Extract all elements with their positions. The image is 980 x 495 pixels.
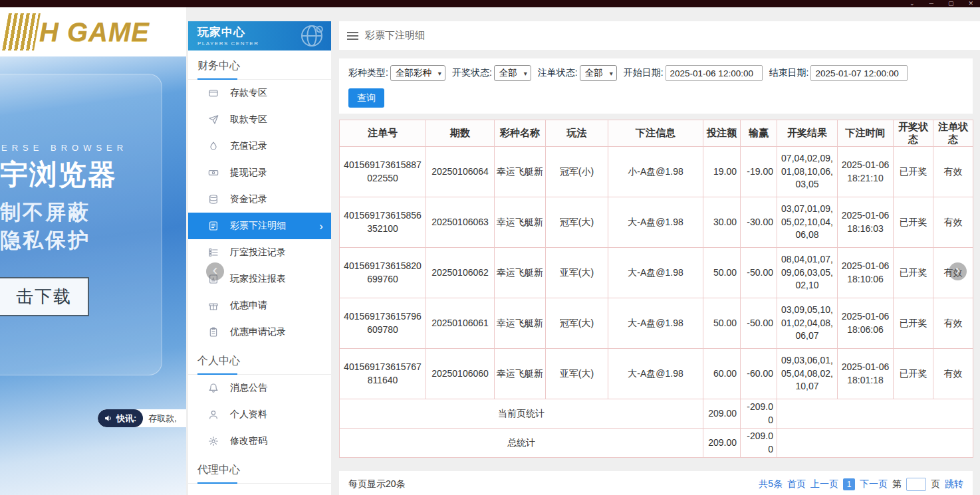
table-cell: 60.00 [703,349,741,399]
sidebar-item-label: 取款专区 [230,114,267,126]
lottery-type-select[interactable]: 全部彩种 ▾ [390,65,445,81]
sidebar-item-hall-record[interactable]: 厅室投注记录 [188,239,331,266]
table-cell: 已开奖 [894,298,933,349]
window-menu-icon[interactable]: ⌄ [910,1,915,7]
current-page-indicator[interactable]: 1 [843,478,855,490]
bet-detail-icon [208,221,219,231]
column-header: 开奖状态 [894,120,933,147]
sidebar-item-promo-record[interactable]: 优惠申请记录 [188,319,331,346]
dropdown-caret-icon: ▾ [610,66,613,82]
per-page-text: 每页显示20条 [348,478,406,490]
table-cell: 09,03,06,01,05,04,08,02,10,07 [777,349,838,399]
dropdown-caret-icon: ▾ [524,66,527,82]
table-cell: 50.00 [703,298,741,349]
start-date-filter: 开始日期: [624,65,763,81]
speaker-icon [104,414,113,423]
table-cell: 20250106063 [426,197,495,248]
draw-status-value: 全部 [499,68,517,78]
carousel-prev-button[interactable]: ‹ [206,262,224,280]
summary-row: 当前页统计209.00-209.00 [340,399,973,429]
table-cell: 幸运飞艇新 [495,147,546,197]
table-cell: 小-A盘@1.98 [608,147,703,197]
goto-button[interactable]: 跳转 [945,478,963,490]
sidebar-item-promo[interactable]: 优惠申请 [188,292,331,319]
bet-status-filter: 注单状态: 全部 ▾ [538,65,617,81]
sidebar-item-label: 消息公告 [230,382,267,394]
hall-record-icon [208,247,219,258]
table-cell: 20250106061 [426,298,495,349]
download-button[interactable]: 击下载 [0,277,89,316]
table-row: 40156917361582069976020250106062幸运飞艇新亚军(… [340,248,973,298]
page-header: 彩票下注明细 [339,21,980,50]
table-cell: 冠军(大) [546,197,608,248]
sidebar-section-title: 财务中心 [188,50,331,80]
table-cell: 冠军(大) [546,298,608,349]
table-cell: 20250106064 [426,147,495,197]
sidebar-item-label: 优惠申请记录 [230,326,286,338]
user-icon [208,409,219,420]
table-cell: 大-A盘@1.98 [608,248,703,298]
sidebar-item-gear[interactable]: 修改密码 [188,428,331,454]
promo-headline-text: 宇浏览器 [0,156,117,193]
sidebar-item-funds[interactable]: 资金记录 [188,186,331,213]
logo-bars-icon [2,13,41,50]
minimize-icon[interactable]: ─ [929,1,933,7]
table-cell: 2025-01-06 18:16:03 [838,197,894,248]
close-icon[interactable]: ✕ [968,1,973,7]
next-page-link[interactable]: 下一页 [860,478,888,490]
sidebar-item-label: 提现记录 [230,167,267,179]
menu-toggle-icon[interactable] [347,32,358,40]
promo-icon [208,300,219,311]
summary-winloss-total: -209.00 [741,399,777,429]
draw-status-select[interactable]: 全部 ▾ [494,65,531,81]
brand-logo-text: H GAME [39,17,150,47]
column-header: 玩法 [546,120,608,147]
recharge-icon [208,141,219,151]
sidebar-item-withdraw[interactable]: 取款专区 [188,106,331,133]
start-date-input[interactable] [666,65,763,81]
table-cell: 19.00 [703,147,741,197]
table-cell: 幸运飞艇新 [495,197,546,248]
table-cell: 03,07,01,09,05,02,10,04,06,08 [777,197,838,248]
sidebar-item-bell[interactable]: 消息公告 [188,375,331,401]
summary-spacer [777,429,973,458]
sidebar-item-cashout[interactable]: 提现记录 [188,159,331,186]
sidebar-item-user[interactable]: 个人资料 [188,401,331,428]
ticker-text: 存取款, [143,413,177,425]
query-button[interactable]: 查询 [348,88,384,108]
goto-page-input[interactable] [906,478,926,491]
table-cell: 亚军(大) [546,248,608,298]
sidebar-item-label: 彩票下注明细 [230,220,286,232]
sidebar-item-deposit[interactable]: 存款专区 [188,80,331,106]
table-cell: 03,09,05,10,01,02,04,08,06,07 [777,298,838,349]
table-cell: 已开奖 [894,248,933,298]
table-cell: 大-A盘@1.98 [608,197,703,248]
promo-banner[interactable]: ERSE BROWSER 宇浏览器 制不屏蔽 隐私保护 击下载 快讯: 存取款, [0,56,186,495]
table-header-row: 注单号期数彩种名称玩法下注信息投注额输赢开奖结果下注时间开奖状态注单状态 [340,120,973,147]
end-date-input[interactable] [810,65,908,81]
sidebar-item-recharge[interactable]: 充值记录 [188,133,331,159]
news-ticker[interactable]: 快讯: 存取款, [98,409,186,427]
bet-status-select[interactable]: 全部 ▾ [580,65,617,81]
sidebar-section-title: 代理中心 [188,454,331,484]
sidebar-item-bet-detail[interactable]: 彩票下注明细› [188,213,331,239]
table-cell: 2025-01-06 18:10:06 [838,248,894,298]
sidebar-item-label: 厅室投注记录 [230,247,286,258]
lottery-type-label: 彩种类型: [348,67,388,79]
table-cell: 冠军(小) [546,147,608,197]
table-row: 40156917361585635210020250106063幸运飞艇新冠军(… [340,197,973,248]
maximize-icon[interactable]: ▢ [948,1,954,7]
table-cell: 亚军(大) [546,349,608,399]
first-page-link[interactable]: 首页 [787,478,806,490]
carousel-next-button[interactable]: › [949,262,967,280]
brand-logo[interactable]: H GAME [0,7,186,56]
draw-status-filter: 开奖状态: 全部 ▾ [452,65,531,81]
table-body: 40156917361588702255020250106064幸运飞艇新冠军(… [340,147,973,458]
sidebar-item-label: 个人资料 [230,409,267,421]
sidebar-item-label: 玩家投注报表 [230,273,286,285]
table-cell: 已开奖 [894,197,933,248]
table-cell: 401569173615820699760 [340,248,426,298]
window-titlebar: ⌄ ─ ▢ ✕ [0,0,980,7]
sidebar-item-label: 资金记录 [230,193,267,205]
prev-page-link[interactable]: 上一页 [810,478,838,490]
